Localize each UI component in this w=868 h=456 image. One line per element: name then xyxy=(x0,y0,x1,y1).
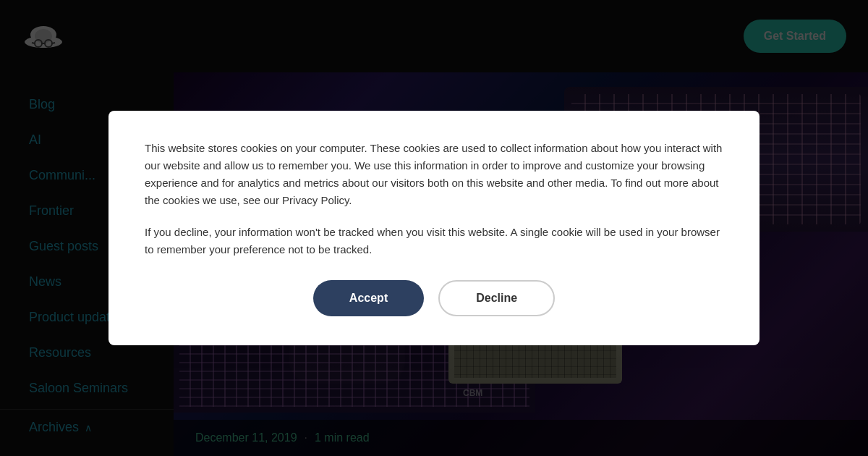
cookie-modal-overlay: This website stores cookies on your comp… xyxy=(0,0,868,456)
cookie-buttons: Accept Decline xyxy=(145,280,723,316)
accept-button[interactable]: Accept xyxy=(313,280,424,316)
cookie-text-primary: This website stores cookies on your comp… xyxy=(145,140,723,209)
cookie-text-secondary: If you decline, your information won't b… xyxy=(145,224,723,258)
cookie-modal: This website stores cookies on your comp… xyxy=(109,111,760,345)
decline-button[interactable]: Decline xyxy=(438,280,555,316)
